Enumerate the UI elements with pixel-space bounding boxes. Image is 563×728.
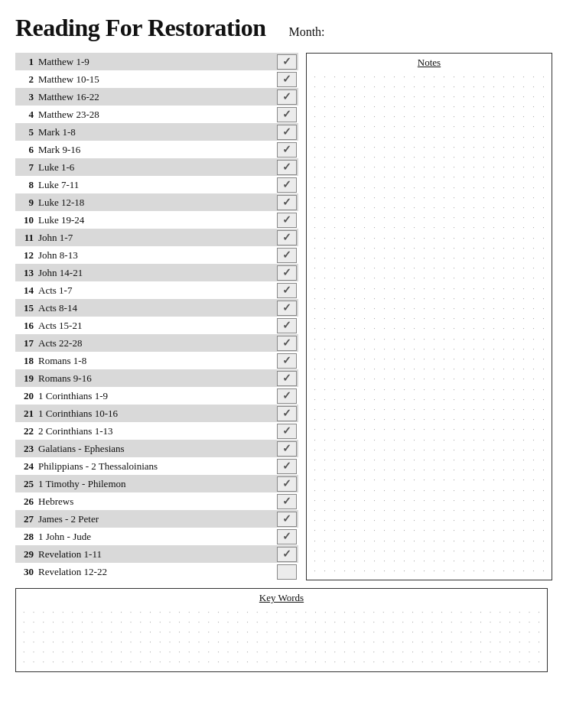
dot-row xyxy=(19,657,544,667)
dot xyxy=(429,294,439,304)
check-box[interactable] xyxy=(277,142,297,158)
dot xyxy=(459,365,469,375)
check-box[interactable] xyxy=(277,54,297,70)
dot xyxy=(459,445,469,455)
dot xyxy=(469,476,479,486)
dot xyxy=(419,142,429,152)
dot-row xyxy=(310,132,548,142)
dot xyxy=(409,456,419,466)
check-box[interactable] xyxy=(277,248,297,263)
check-box[interactable] xyxy=(277,512,297,527)
dot xyxy=(499,122,509,132)
dot xyxy=(419,466,429,476)
day-number: 2 xyxy=(17,73,38,86)
dot xyxy=(466,607,476,617)
dot xyxy=(519,506,529,516)
dot xyxy=(479,385,489,395)
check-box[interactable] xyxy=(277,441,297,457)
dot xyxy=(369,173,379,183)
dot xyxy=(429,264,439,274)
dot xyxy=(340,516,350,526)
check-box[interactable] xyxy=(277,265,297,281)
dot xyxy=(529,496,539,505)
dot xyxy=(320,132,330,142)
dot xyxy=(529,435,539,445)
check-box[interactable] xyxy=(277,494,297,509)
dot xyxy=(320,355,330,365)
dot xyxy=(449,153,459,163)
dot xyxy=(459,425,469,435)
dot xyxy=(340,546,350,556)
check-box[interactable] xyxy=(277,388,297,404)
dot xyxy=(439,112,449,122)
dot xyxy=(469,526,479,536)
check-box[interactable] xyxy=(277,336,297,351)
check-box[interactable] xyxy=(277,89,297,105)
day-number: 17 xyxy=(17,337,38,349)
dot xyxy=(499,334,509,344)
dot xyxy=(48,627,58,637)
check-box[interactable] xyxy=(277,424,297,439)
dot xyxy=(106,617,116,627)
check-box[interactable] xyxy=(277,476,297,492)
check-box[interactable] xyxy=(277,318,297,333)
dot xyxy=(389,617,399,627)
day-text: John 1-7 xyxy=(38,232,274,244)
dot xyxy=(165,637,175,647)
check-box[interactable] xyxy=(277,125,297,140)
day-number: 4 xyxy=(17,109,38,121)
dot xyxy=(499,506,509,516)
dot xyxy=(310,274,320,284)
dot xyxy=(499,516,509,526)
dot xyxy=(330,243,340,253)
check-box[interactable] xyxy=(277,160,297,175)
dot xyxy=(499,294,509,304)
check-box[interactable] xyxy=(277,301,297,316)
dot xyxy=(439,173,449,183)
dot xyxy=(320,112,330,122)
dot xyxy=(539,536,548,546)
check-box[interactable] xyxy=(277,353,297,369)
dot xyxy=(399,193,409,203)
dot xyxy=(429,92,439,102)
dot xyxy=(419,344,429,354)
dot xyxy=(449,365,459,375)
check-box[interactable] xyxy=(277,371,297,386)
dot xyxy=(320,435,330,445)
check-box[interactable] xyxy=(277,564,297,580)
dot xyxy=(419,365,429,375)
check-box[interactable] xyxy=(277,177,297,193)
dot xyxy=(539,142,548,152)
check-box[interactable] xyxy=(277,547,297,562)
dot xyxy=(389,243,399,253)
dot xyxy=(515,637,525,647)
check-box[interactable] xyxy=(277,107,297,122)
dot xyxy=(499,395,509,405)
dot xyxy=(539,385,548,395)
dot xyxy=(499,183,509,193)
dot xyxy=(340,637,350,647)
check-box[interactable] xyxy=(277,230,297,245)
dot xyxy=(509,213,519,223)
check-box[interactable] xyxy=(277,459,297,474)
dot xyxy=(330,405,340,415)
reading-row: 2Matthew 10-15 xyxy=(15,70,298,88)
check-box[interactable] xyxy=(277,213,297,228)
dot xyxy=(310,243,320,253)
check-box[interactable] xyxy=(277,195,297,210)
dot xyxy=(389,536,399,546)
notes-box: Notes xyxy=(306,53,552,580)
dot xyxy=(399,223,409,233)
dot xyxy=(469,506,479,516)
check-box[interactable] xyxy=(277,283,297,298)
dot xyxy=(48,647,58,657)
check-box[interactable] xyxy=(277,72,297,87)
check-box[interactable] xyxy=(277,406,297,421)
dot xyxy=(529,526,539,536)
dot xyxy=(429,324,439,334)
dot xyxy=(409,526,419,536)
dot xyxy=(509,395,519,405)
dot xyxy=(399,456,409,466)
check-box[interactable] xyxy=(277,529,297,544)
day-text: Luke 12-18 xyxy=(38,197,274,209)
